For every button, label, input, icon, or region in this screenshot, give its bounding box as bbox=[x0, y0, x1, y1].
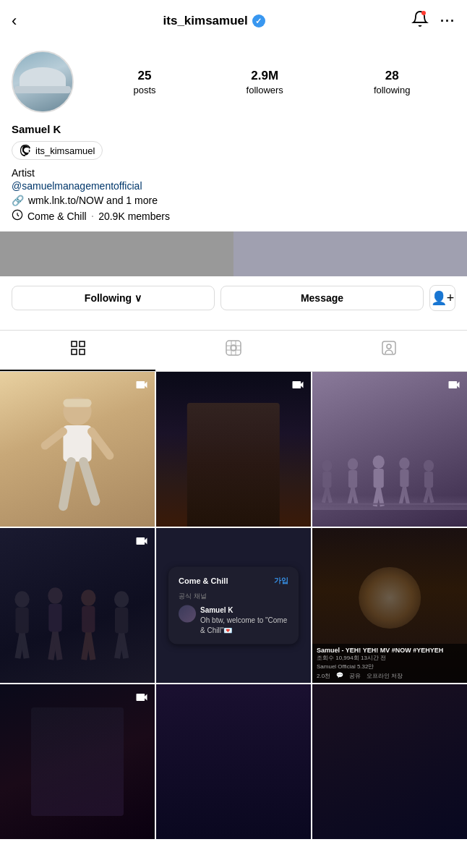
profile-section: 25 posts 2.9M followers 28 following Sam… bbox=[0, 42, 467, 320]
grid-item-2[interactable] bbox=[156, 372, 311, 527]
stats-row: 25 posts 2.9M followers 28 following bbox=[88, 69, 455, 95]
svg-rect-40 bbox=[15, 607, 28, 633]
verified-badge: ✓ bbox=[252, 14, 265, 27]
svg-point-0 bbox=[421, 11, 426, 15]
grid-item-1[interactable] bbox=[0, 372, 155, 527]
svg-line-14 bbox=[92, 431, 110, 456]
svg-rect-18 bbox=[322, 472, 331, 488]
svg-rect-5 bbox=[80, 349, 85, 354]
grid-item-6[interactable]: Samuel - YEH! YEH! MV #NOW #YEHYEH 조회수 1… bbox=[312, 528, 467, 683]
community-name: Come & Chill bbox=[27, 210, 87, 222]
svg-rect-22 bbox=[348, 470, 357, 488]
svg-rect-4 bbox=[72, 349, 77, 354]
grid-item-5[interactable]: Come & Chill 가입 공식 채널 Samuel K Oh btw, w… bbox=[156, 528, 311, 683]
bio-artist: Artist bbox=[12, 167, 455, 179]
grid-item-3[interactable] bbox=[312, 372, 467, 527]
svg-rect-11 bbox=[63, 399, 91, 407]
svg-point-29 bbox=[399, 457, 409, 469]
highlight-2[interactable] bbox=[234, 231, 467, 276]
video-indicator-4 bbox=[134, 534, 149, 551]
svg-line-54 bbox=[121, 633, 126, 658]
svg-point-43 bbox=[48, 587, 62, 603]
community-members: 20.9K members bbox=[98, 210, 170, 222]
svg-rect-2 bbox=[72, 341, 77, 346]
action-buttons: Following ∨ Message 👤+ bbox=[12, 285, 455, 311]
notif-subtitle: 공식 채널 bbox=[179, 592, 288, 601]
svg-rect-12 bbox=[63, 425, 91, 461]
notif-join-button[interactable]: 가입 bbox=[274, 576, 288, 586]
svg-line-46 bbox=[55, 631, 59, 660]
svg-point-51 bbox=[114, 591, 129, 607]
highlight-1[interactable] bbox=[0, 231, 234, 276]
svg-point-25 bbox=[373, 455, 385, 468]
following-button[interactable]: Following ∨ bbox=[12, 286, 215, 310]
posts-count: 25 bbox=[138, 69, 152, 83]
link-row[interactable]: 🔗 wmk.lnk.to/NOW and 1 more bbox=[12, 195, 455, 206]
more-options-icon[interactable]: ··· bbox=[440, 14, 455, 29]
username-label: its_kimsamuel bbox=[163, 14, 248, 28]
notif-channel-name: Come & Chill bbox=[179, 576, 228, 585]
tab-tagged[interactable] bbox=[312, 331, 467, 371]
avatar[interactable] bbox=[12, 51, 74, 113]
svg-point-21 bbox=[348, 458, 358, 469]
threads-icon bbox=[20, 145, 31, 156]
tagged-icon bbox=[380, 339, 398, 361]
svg-rect-34 bbox=[424, 472, 433, 488]
yt-meta: 조회수 10,994회 13시간 전 bbox=[317, 654, 463, 662]
svg-rect-26 bbox=[374, 468, 384, 487]
back-button[interactable]: ‹ bbox=[12, 12, 17, 30]
following-count: 28 bbox=[385, 69, 399, 83]
yt-title: Samuel - YEH! YEH! MV #NOW #YEHYEH bbox=[317, 647, 463, 654]
posts-stat[interactable]: 25 posts bbox=[134, 69, 156, 95]
svg-line-50 bbox=[88, 632, 93, 660]
svg-line-42 bbox=[22, 633, 27, 658]
svg-rect-6 bbox=[226, 341, 241, 355]
grid-item-8[interactable] bbox=[156, 684, 311, 839]
header-title: its_kimsamuel ✓ bbox=[163, 14, 265, 28]
link-text: wmk.lnk.to/NOW and 1 more bbox=[28, 195, 158, 206]
chevron-down-icon: ∨ bbox=[134, 292, 142, 304]
notif-avatar bbox=[179, 605, 196, 623]
svg-rect-30 bbox=[400, 469, 408, 487]
video-indicator-7 bbox=[134, 690, 149, 707]
svg-line-16 bbox=[83, 461, 95, 501]
svg-point-39 bbox=[14, 591, 29, 607]
community-row[interactable]: Come & Chill · 20.9K members bbox=[12, 209, 455, 223]
following-stat[interactable]: 28 following bbox=[374, 69, 411, 95]
add-friend-button[interactable]: 👤+ bbox=[429, 285, 455, 311]
svg-line-15 bbox=[63, 461, 71, 506]
grid-item-9[interactable] bbox=[312, 684, 467, 839]
threads-handle: its_kimsamuel bbox=[35, 145, 95, 156]
photo-grid: Come & Chill 가입 공식 채널 Samuel K Oh btw, w… bbox=[0, 372, 467, 839]
highlights-row bbox=[0, 231, 467, 276]
svg-point-17 bbox=[322, 459, 332, 471]
posts-label: posts bbox=[134, 85, 156, 95]
notif-message: Samuel K Oh btw, welcome to "Come & Chil… bbox=[200, 605, 288, 636]
notification-card: Come & Chill 가입 공식 채널 Samuel K Oh btw, w… bbox=[168, 567, 299, 644]
header-right: ··· bbox=[411, 10, 455, 32]
grid-icon bbox=[69, 339, 87, 361]
display-name: Samuel K bbox=[12, 123, 455, 135]
bio-mention[interactable]: @samuelmanagementofficial bbox=[12, 180, 455, 192]
svg-rect-48 bbox=[82, 605, 95, 632]
message-button[interactable]: Message bbox=[220, 286, 424, 310]
svg-point-33 bbox=[424, 459, 434, 471]
notification-icon[interactable] bbox=[411, 10, 429, 32]
followers-stat[interactable]: 2.9M followers bbox=[247, 69, 283, 95]
video-indicator-3 bbox=[447, 378, 461, 395]
reels-icon bbox=[225, 339, 242, 361]
video-indicator-2 bbox=[291, 378, 305, 395]
tab-grid[interactable] bbox=[0, 331, 155, 371]
svg-point-47 bbox=[81, 590, 95, 605]
following-label: following bbox=[374, 85, 411, 95]
grid-item-4[interactable] bbox=[0, 528, 155, 683]
grid-item-7[interactable] bbox=[0, 684, 155, 839]
svg-line-13 bbox=[45, 431, 63, 446]
svg-rect-52 bbox=[115, 607, 128, 633]
threads-badge[interactable]: its_kimsamuel bbox=[12, 141, 103, 160]
yt-channel: Samuel Official 5.32만 bbox=[317, 663, 463, 671]
svg-rect-3 bbox=[80, 341, 85, 346]
tab-bar bbox=[0, 330, 467, 372]
community-icon bbox=[12, 209, 23, 223]
tab-reels[interactable] bbox=[155, 331, 311, 371]
